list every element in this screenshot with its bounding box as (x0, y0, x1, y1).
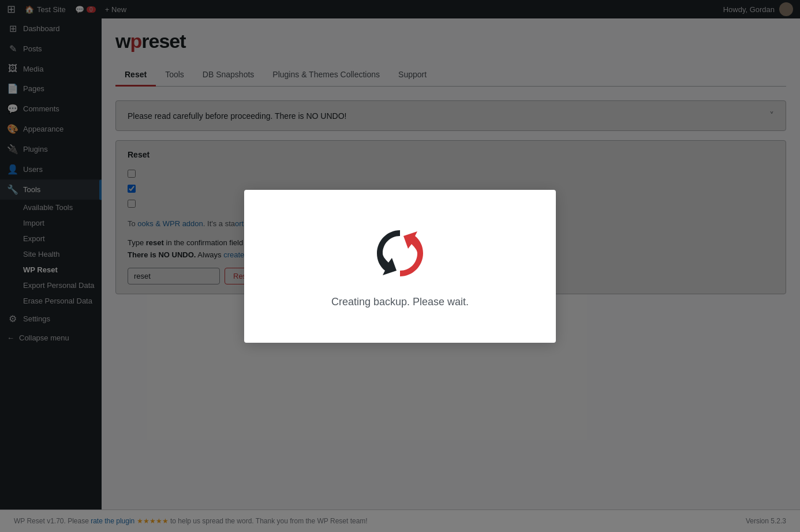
content-area: wpreset Reset Tools DB Snapshots Plugins… (102, 18, 800, 509)
modal-overlay: Creating backup. Please wait. (102, 18, 800, 509)
wp-reset-loading-icon (371, 224, 429, 282)
modal-message: Creating backup. Please wait. (331, 296, 469, 308)
creating-backup-modal: Creating backup. Please wait. (244, 190, 556, 343)
